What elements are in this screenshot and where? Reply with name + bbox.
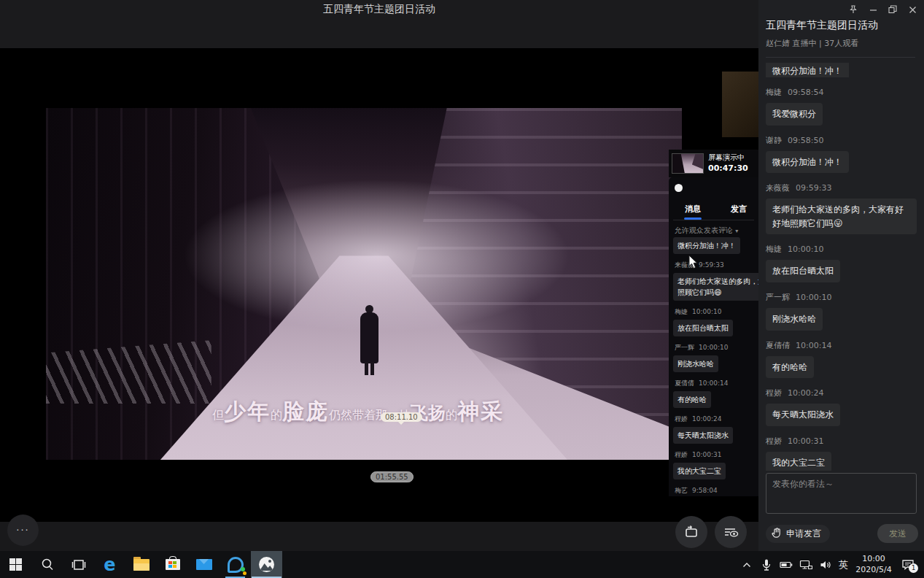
message-meta: 来薇薇09:59:33 <box>766 182 917 193</box>
message-bubble: 刚浇水哈哈 <box>673 355 718 372</box>
live-title: 五四青年节主题团日活动 <box>766 19 915 32</box>
screen-share-indicator[interactable]: 屏幕演示中 00:47:30 <box>669 150 758 177</box>
ellipsis-icon: ··· <box>16 525 29 536</box>
notification-badge: 1 <box>909 563 918 573</box>
windows-taskbar: e <box>0 551 924 578</box>
request-speak-button[interactable]: 申请发言 <box>766 525 830 543</box>
message-bubble: 微积分加油！冲！ <box>766 63 849 77</box>
overlay-message-list[interactable]: 微积分加油！冲！ 来薇薇9:59:33 老师们给大家送的多肉，大照顾它们吗😄 梅… <box>673 237 758 496</box>
switch-view-icon <box>683 525 699 539</box>
message-meta: 来薇薇9:59:33 <box>675 261 758 270</box>
message-bubble: 我的大宝二宝 <box>766 452 831 471</box>
task-view-button[interactable] <box>63 551 94 578</box>
share-preview-thumbnail <box>672 153 704 174</box>
video-stage: 但少年的脸庞仍然带着那一抹飞扬的神采 08:11.10 01:55.55 屏幕演… <box>0 48 758 551</box>
message-bubble: 微积分加油！冲！ <box>766 151 849 174</box>
webcam-thumbnail <box>722 72 758 137</box>
panel-divider <box>766 57 915 58</box>
taskbar-store-button[interactable] <box>157 551 188 578</box>
speaker-icon[interactable] <box>819 558 832 572</box>
taskbar-edge-button[interactable]: e <box>94 551 125 578</box>
tab-messages[interactable]: 消息 <box>685 204 701 220</box>
message-meta: 谢静09:58:50 <box>766 135 917 146</box>
taskbar-meeting-app-button[interactable] <box>220 551 251 578</box>
watch-list-button[interactable] <box>715 516 747 548</box>
microsoft-store-icon <box>166 559 180 570</box>
ime-indicator[interactable]: 英 <box>839 558 848 571</box>
message-bubble: 每天晒太阳浇水 <box>673 427 733 444</box>
tab-speak[interactable]: 发言 <box>731 204 747 220</box>
taskbar-search-button[interactable] <box>31 551 63 578</box>
message-meta: 严一辉10:00:10 <box>766 292 917 303</box>
message-bubble: 老师们给大家送的多肉，大家有好好地照顾它们吗😛 <box>766 199 917 234</box>
file-explorer-icon <box>133 559 150 571</box>
message-meta: 梅婕09:58:54 <box>766 87 917 98</box>
network-icon[interactable] <box>799 558 812 572</box>
task-view-icon <box>71 558 86 572</box>
message-meta: 程娇10:00:31 <box>675 450 758 460</box>
record-dot-icon <box>675 184 683 192</box>
message-meta: 梅婕10:00:10 <box>675 307 758 317</box>
message-bubble: 有的哈哈 <box>766 356 814 379</box>
stage-bottom-bar <box>0 522 758 551</box>
message-meta: 梅婕10:00:10 <box>766 244 917 255</box>
microphone-icon[interactable] <box>760 558 773 572</box>
message-bubble: 我的大宝二宝 <box>673 463 726 479</box>
share-status-label: 屏幕演示中 <box>708 153 748 163</box>
list-eye-icon <box>723 525 739 539</box>
search-icon <box>40 558 55 572</box>
close-icon[interactable] <box>908 5 917 14</box>
restore-icon[interactable] <box>888 5 897 14</box>
panel-window-controls <box>849 5 917 14</box>
message-bubble: 每天晒太阳浇水 <box>766 404 840 426</box>
video-subtitle: 但少年的脸庞仍然带着那一抹飞扬的神采 <box>212 397 504 427</box>
send-button[interactable]: 发送 <box>877 524 918 543</box>
switch-view-button[interactable] <box>675 516 707 548</box>
overlay-divider <box>673 220 754 220</box>
windows-logo-icon <box>9 558 22 571</box>
share-timer: 00:47:30 <box>708 163 748 174</box>
scene-person-silhouette <box>360 305 378 375</box>
chevron-down-icon: ▾ <box>735 228 738 234</box>
chat-bubble-app-icon <box>228 557 244 573</box>
battery-icon[interactable] <box>780 558 793 572</box>
taskbar-clock[interactable]: 10:00 2020/5/4 <box>855 554 893 576</box>
message-bubble: 刚浇水哈哈 <box>766 308 823 331</box>
mail-icon <box>196 559 212 570</box>
start-button[interactable] <box>0 551 31 578</box>
message-bubble: 有的哈哈 <box>673 391 711 408</box>
playback-timestamp-badge: 01:55.55 <box>370 471 414 482</box>
message-meta: 程娇10:00:24 <box>766 388 917 398</box>
hidden-icons-chevron[interactable] <box>740 558 753 572</box>
raise-hand-icon <box>772 528 783 539</box>
message-meta: 程娇10:00:31 <box>766 436 917 447</box>
clock-date: 2020/5/4 <box>855 565 893 576</box>
message-meta: 夏倩倩10:00:14 <box>675 379 758 388</box>
clipped-message: 微积分加油！冲！ <box>766 63 917 77</box>
video-timestamp-badge: 08:11.10 <box>381 412 422 422</box>
main-window-title: 五四青年节主题团日活动 <box>0 0 758 16</box>
system-tray: 英 10:00 2020/5/4 1 <box>740 551 924 578</box>
more-options-button[interactable]: ··· <box>7 515 39 546</box>
message-meta: 夏倩倩10:00:14 <box>766 340 917 351</box>
pin-icon[interactable] <box>849 5 858 14</box>
overlay-tabs: 消息 发言 <box>685 204 747 220</box>
comment-input[interactable] <box>766 473 917 514</box>
live-side-panel: 五四青年节主题团日活动 赵仁婧 直播中 | 37人观看 微积分加油！冲！ 梅婕0… <box>758 0 924 551</box>
app-root: 五四青年节主题团日活动 但少年的脸庞仍然带着那一抹飞扬的神采 08:11.10 … <box>0 0 924 578</box>
clock-time: 10:00 <box>855 554 893 565</box>
edge-icon: e <box>104 556 115 574</box>
message-bubble: 放在阳台晒太阳 <box>673 320 733 336</box>
chat-overlay-panel: 消息 发言 允许观众发表评论 ▾ 微积分加油！冲！ 来薇薇9:59:33 老师们… <box>669 177 758 496</box>
message-bubble: 我爱微积分 <box>766 103 823 126</box>
minimize-icon[interactable] <box>869 5 877 14</box>
live-host-status: 赵仁婧 直播中 | 37人观看 <box>766 38 915 49</box>
overlay-partial-bubble: 微积分加油！冲！ <box>673 237 740 254</box>
mouse-cursor <box>688 255 698 269</box>
allow-comments-dropdown[interactable]: 允许观众发表评论 ▾ <box>675 226 758 236</box>
taskbar-active-app-button[interactable] <box>251 551 282 578</box>
taskbar-mail-button[interactable] <box>188 551 220 578</box>
chat-message-list[interactable]: 微积分加油！冲！ 梅婕09:58:54 我爱微积分 谢静09:58:50 微积分… <box>758 58 924 471</box>
taskbar-explorer-button[interactable] <box>125 551 157 578</box>
action-center-button[interactable]: 1 <box>899 557 917 573</box>
